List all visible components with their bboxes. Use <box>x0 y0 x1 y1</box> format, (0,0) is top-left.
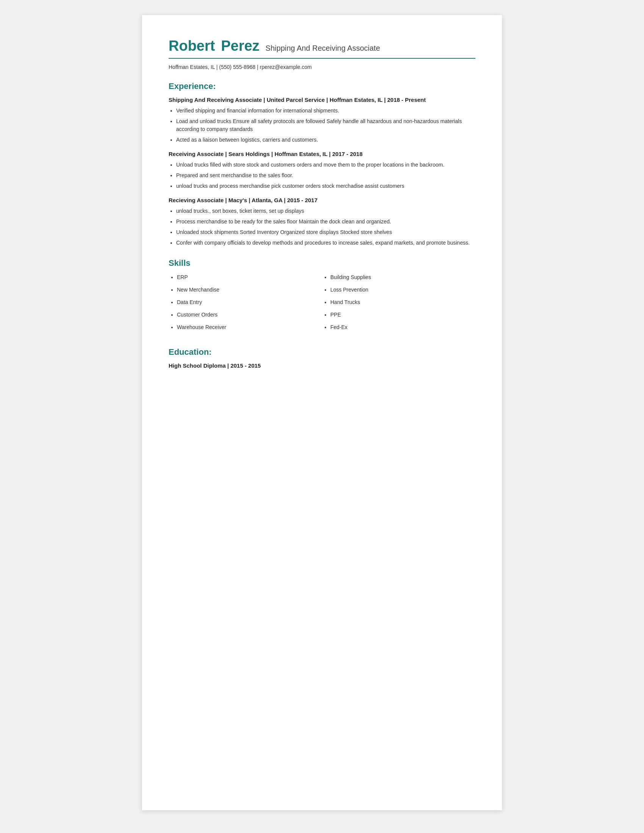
skill-erp: ERP <box>177 273 322 281</box>
job-3-years: 2015 - 2017 <box>287 197 317 203</box>
skill-warehouse-receiver: Warehouse Receiver <box>177 323 322 331</box>
job-1-location: Hoffman Estates, IL <box>330 96 383 103</box>
contact-line: Hoffman Estates, IL | (550) 555-8968 | r… <box>169 64 475 70</box>
job-2-bullet-3: unload trucks and process merchandise pi… <box>176 182 475 190</box>
job-3-title: Recieving Associate <box>169 197 224 203</box>
job-2-title: Receiving Associate <box>169 151 224 157</box>
job-3-sep1: | <box>225 197 229 203</box>
skill-fedex: Fed-Ex <box>330 323 475 331</box>
job-1-bullet-3: Acted as a liaison between logistics, ca… <box>176 136 475 144</box>
email: rperez@example.com <box>260 64 312 70</box>
skill-loss-prevention: Loss Prevention <box>330 286 475 294</box>
job-3-location: Atlanta, GA <box>251 197 282 203</box>
separator-2: | <box>257 64 260 70</box>
skills-grid: ERP New Merchandise Data Entry Customer … <box>169 273 475 336</box>
phone: (550) 555-8968 <box>219 64 256 70</box>
job-3-bullets: unload trucks., sort boxes, ticket items… <box>176 207 475 247</box>
job-2-company: Sears Holdings <box>229 151 270 157</box>
job-3-bullet-4: Confer with company officials to develop… <box>176 239 475 247</box>
job-1-company: United Parcel Service <box>267 96 325 103</box>
last-name: Perez <box>221 38 259 54</box>
job-1-bullets: Verified shipping and financial informat… <box>176 107 475 144</box>
job-2-sep1: | <box>225 151 229 157</box>
location: Hoffman Estates, IL <box>169 64 215 70</box>
job-2-years: 2017 - 2018 <box>332 151 362 157</box>
job-1-years: 2018 - Present <box>387 96 426 103</box>
job-3-company: Macy's <box>229 197 247 203</box>
edu-entry-1: High School Diploma | 2015 - 2015 <box>169 362 475 369</box>
job-title: Shipping And Receiving Associate <box>266 44 380 53</box>
skill-ppe: PPE <box>330 311 475 319</box>
job-1-sep3: | <box>384 96 387 103</box>
job-1-sep1: | <box>264 96 267 103</box>
skills-right-col: Building Supplies Loss Prevention Hand T… <box>330 273 475 336</box>
separator-1: | <box>216 64 219 70</box>
education-title: Education: <box>169 347 475 357</box>
job-2-sep3: | <box>329 151 332 157</box>
experience-section: Experience: Shipping And Receiving Assoc… <box>169 81 475 247</box>
job-3-sep3: | <box>284 197 287 203</box>
job-1-header: Shipping And Receiving Associate | Unite… <box>169 96 475 103</box>
first-name: Robert <box>169 38 215 54</box>
job-2-bullets: Unload trucks filled with store stock an… <box>176 161 475 190</box>
education-section: Education: High School Diploma | 2015 - … <box>169 347 475 369</box>
edu-years: 2015 - 2015 <box>230 362 261 369</box>
resume-document: Robert Perez Shipping And Receiving Asso… <box>142 15 502 810</box>
job-1-bullet-2: Load and unload trucks Ensure all safety… <box>176 117 475 133</box>
job-3-bullet-1: unload trucks., sort boxes, ticket items… <box>176 207 475 215</box>
skill-new-merchandise: New Merchandise <box>177 286 322 294</box>
job-1-title: Shipping And Receiving Associate <box>169 96 262 103</box>
skill-customer-orders: Customer Orders <box>177 311 322 319</box>
skills-title: Skills <box>169 258 475 268</box>
job-2-sep2: | <box>271 151 274 157</box>
edu-degree: High School Diploma <box>169 362 226 369</box>
header-name-section: Robert Perez Shipping And Receiving Asso… <box>169 38 475 54</box>
job-2-bullet-1: Unload trucks filled with store stock an… <box>176 161 475 169</box>
job-3-bullet-2: Process merchandise to be ready for the … <box>176 218 475 226</box>
job-1-sep2: | <box>327 96 330 103</box>
job-3-bullet-3: Unloaded stock shipments Sorted Inventor… <box>176 228 475 236</box>
job-2-bullet-2: Prepared and sent merchandise to the sal… <box>176 172 475 180</box>
skill-building-supplies: Building Supplies <box>330 273 475 281</box>
header-divider <box>169 58 475 59</box>
skills-section: Skills ERP New Merchandise Data Entry Cu… <box>169 258 475 336</box>
job-3-header: Recieving Associate | Macy's | Atlanta, … <box>169 197 475 203</box>
job-1-bullet-1: Verified shipping and financial informat… <box>176 107 475 115</box>
job-2-header: Receiving Associate | Sears Holdings | H… <box>169 151 475 157</box>
skill-data-entry: Data Entry <box>177 298 322 306</box>
skill-hand-trucks: Hand Trucks <box>330 298 475 306</box>
experience-title: Experience: <box>169 81 475 91</box>
skills-left-col: ERP New Merchandise Data Entry Customer … <box>177 273 322 336</box>
job-2-location: Hoffman Estates, IL <box>275 151 328 157</box>
